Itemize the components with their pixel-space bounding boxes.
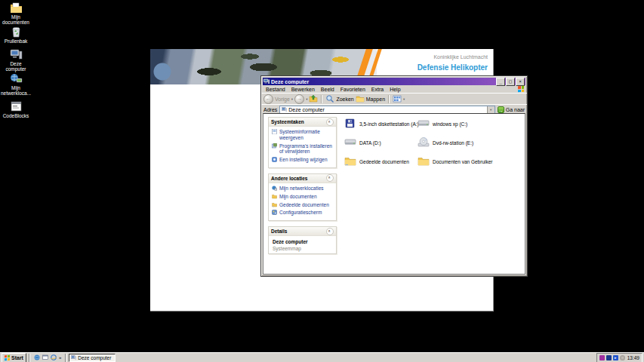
menu-bewerken[interactable]: Bewerken	[288, 87, 318, 92]
floppy-drive-icon	[344, 118, 356, 129]
panel-details: Details « Deze computer Systeemmap	[268, 226, 337, 254]
folder-content: 3,5-inch diskettestation (A:) windows xp…	[340, 114, 525, 274]
desktop-icon-mijn-documenten[interactable]: Mijn documenten	[0, 2, 32, 26]
maximize-button[interactable]: □	[506, 78, 515, 86]
windows-logo-icon	[518, 86, 524, 93]
search-button[interactable]: Zoeken	[336, 97, 353, 102]
forward-button[interactable]: →	[294, 94, 304, 104]
window-body: Systeemtaken « Systeeminformatie weergev…	[263, 113, 525, 275]
search-icon[interactable]	[325, 94, 334, 103]
chevron-up-icon[interactable]: «	[326, 118, 334, 126]
back-dropdown-icon[interactable]: ▾	[291, 97, 293, 101]
drive-data-d[interactable]: DATA (D:)	[344, 137, 418, 149]
menu-favorieten[interactable]: Favorieten	[337, 87, 368, 92]
menu-extra[interactable]: Extra	[368, 87, 387, 92]
drive-label: DATA (D:)	[359, 140, 381, 146]
desktop: { "colors": { "titlebar_gradient_left": …	[0, 0, 644, 362]
minimize-button[interactable]: _	[496, 78, 505, 86]
start-flag-icon	[5, 354, 10, 360]
task-link-systeeminformatie[interactable]: Systeeminformatie weergeven	[272, 129, 334, 141]
desktop-icon-prullenbak[interactable]: Prullenbak	[0, 26, 32, 44]
desktop-icon-mijn-netwerklocaties[interactable]: Mijn netwerkloca...	[0, 73, 32, 97]
location-link-gedeelde-documenten[interactable]: Gedeelde documenten	[272, 202, 334, 208]
desktop-icon-label: CodeBlocks	[0, 113, 32, 118]
banner-org: Koninklijke Luchtmacht	[418, 54, 488, 60]
chevron-up-icon[interactable]: «	[326, 174, 334, 182]
task-sidebar: Systeemtaken « Systeeminformatie weergev…	[263, 114, 340, 274]
tray-clock-icon[interactable]	[620, 355, 625, 360]
taskbar-separator	[29, 354, 30, 362]
close-button[interactable]: ×	[516, 78, 525, 86]
banner-title: Defensie Helikopter	[418, 63, 488, 72]
task-link-instelling[interactable]: Een instelling wijzigen	[272, 157, 334, 163]
drive-floppy-a[interactable]: 3,5-inch diskettestation (A:)	[344, 118, 418, 130]
menu-bar: Bestand Bewerken Beeld Favorieten Extra …	[261, 85, 527, 93]
add-remove-programs-icon	[272, 143, 277, 149]
hard-drive-icon	[344, 137, 356, 148]
taskbar-separator	[65, 354, 66, 362]
folder-gedeelde-documenten[interactable]: Gedeelde documenten	[344, 155, 418, 167]
drive-windows-xp-c[interactable]: windows xp (C:)	[418, 118, 525, 130]
task-label: Deze computer	[78, 355, 111, 360]
desktop-icon-label: Deze computer	[0, 61, 32, 72]
views-icon[interactable]	[393, 94, 402, 103]
hard-drive-icon	[418, 118, 430, 129]
folder-label: Gedeelde documenten	[359, 159, 409, 164]
desktop-icon-label: Mijn netwerkloca...	[0, 85, 32, 97]
tray-icon-3[interactable]: ▸	[613, 355, 618, 360]
taskbar-button-deze-computer[interactable]: Deze computer	[69, 354, 116, 362]
start-label: Start	[11, 355, 23, 360]
desktop-icon-deze-computer[interactable]: Deze computer	[0, 49, 32, 72]
location-link-netwerklocaties[interactable]: Mijn netwerklocaties	[272, 186, 334, 192]
folders-button[interactable]: Mappen	[366, 97, 385, 102]
back-button[interactable]: ←	[263, 94, 273, 104]
folders-icon[interactable]	[356, 94, 365, 103]
panel-title: Andere locaties	[271, 176, 307, 181]
tray-icon-1[interactable]	[599, 355, 605, 360]
desktop-icon-label: Mijn documenten	[0, 14, 32, 26]
location-link-configuratiescherm[interactable]: Configuratiescherm	[272, 210, 334, 216]
clock[interactable]: 13:49	[627, 355, 639, 360]
folder-icon	[418, 156, 430, 167]
task-computer-icon	[71, 355, 76, 360]
panel-header[interactable]: Andere locaties «	[269, 174, 336, 183]
toolbar-separator	[388, 95, 390, 103]
launch-browser-icon[interactable]	[34, 354, 40, 360]
address-dropdown-button[interactable]: ▾	[487, 106, 495, 113]
views-dropdown-icon[interactable]: ▾	[403, 97, 405, 101]
toolbar: ← Vorige ▾ → ▾ Zoeken Mappen ▾	[261, 93, 527, 104]
control-panel-icon	[272, 210, 277, 215]
show-desktop-icon[interactable]	[42, 354, 48, 360]
panel-andere-locaties: Andere locaties « Mijn netwerklocaties M…	[268, 173, 337, 221]
banner-text: Koninklijke Luchtmacht Defensie Helikopt…	[418, 54, 488, 72]
internet-explorer-icon[interactable]	[51, 354, 57, 360]
details-item-name: Deze computer	[273, 239, 334, 244]
address-label: Adres	[263, 107, 277, 112]
panel-header[interactable]: Details «	[269, 227, 336, 236]
drive-dvd-rw-e[interactable]: Dvd-rw-station (E:)	[418, 137, 525, 149]
network-places-icon	[10, 73, 23, 84]
folder-documenten-van-gebruiker[interactable]: Documenten van Gebruiker	[418, 155, 525, 167]
go-button[interactable]: → Ga naar	[498, 106, 525, 113]
system-info-icon	[272, 129, 277, 134]
chevron-up-icon[interactable]: «	[326, 228, 334, 235]
menu-bestand[interactable]: Bestand	[263, 87, 288, 92]
drive-label: windows xp (C:)	[433, 121, 467, 127]
panel-header[interactable]: Systeemtaken «	[269, 118, 336, 127]
tray-icon-2[interactable]	[606, 355, 612, 360]
title-bar[interactable]: Deze computer _ □ ×	[263, 78, 525, 85]
quick-launch-overflow[interactable]: »	[59, 355, 61, 360]
location-link-mijn-documenten[interactable]: Mijn documenten	[272, 194, 334, 200]
menu-help[interactable]: Help	[387, 87, 403, 92]
forward-dropdown-icon[interactable]: ▾	[306, 97, 307, 101]
desktop-icon-codeblocks[interactable]: CodeBlocks	[0, 101, 32, 118]
address-input[interactable]: Deze computer ▾	[279, 106, 495, 114]
panel-title: Systeemtaken	[271, 119, 304, 124]
menu-beeld[interactable]: Beeld	[318, 87, 337, 92]
go-arrow-icon: →	[498, 106, 504, 113]
back-label: Vorige	[275, 97, 290, 102]
folder-icon	[344, 156, 356, 167]
task-link-programmas[interactable]: Programma's installeren of verwijderen	[272, 143, 334, 155]
up-button[interactable]	[309, 94, 318, 103]
start-button[interactable]: Start	[2, 353, 26, 362]
